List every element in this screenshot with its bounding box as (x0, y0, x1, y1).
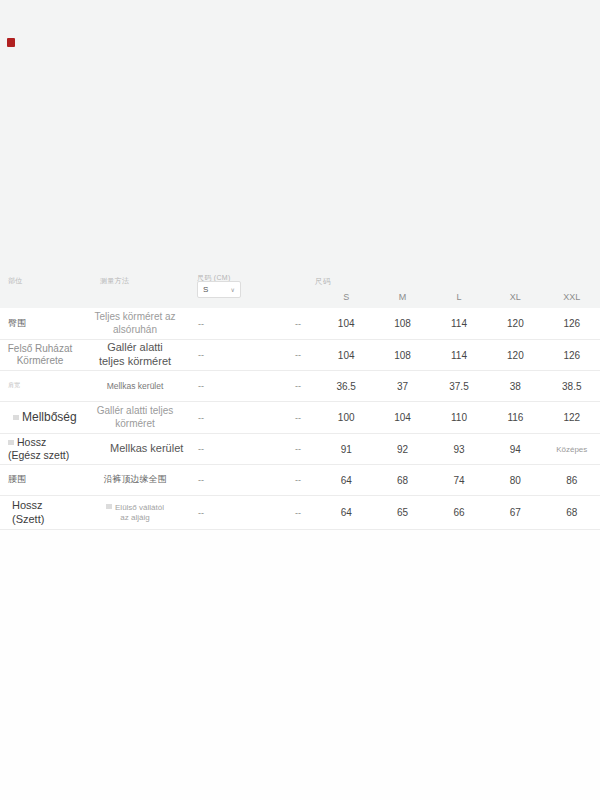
part-cell: Hossz (Szett) (0, 499, 80, 527)
image-placeholder-area (0, 0, 600, 308)
value-cell: 110 (431, 412, 487, 423)
value-cell: 64 (318, 507, 374, 518)
size-col-l: L (431, 292, 487, 302)
value-cell: 74 (431, 475, 487, 486)
table-row: 臀围 Teljes körméret az alsóruhán -- -- 10… (0, 308, 600, 340)
value-cell: Középes (544, 445, 600, 454)
method-cell: 沿裤顶边缘全围 (80, 474, 190, 485)
dash-cell: -- (190, 381, 278, 391)
table-row: Felső Ruházat Körmérete Gallér alatti te… (0, 340, 600, 371)
dash-cell: -- (278, 319, 318, 329)
method-cell: Mellkas kerület (80, 442, 190, 456)
header-part-label: 部位 (8, 276, 23, 286)
part-cell: 臀围 (0, 318, 80, 329)
value-cell: 80 (487, 475, 543, 486)
method-cell: Teljes körméret az alsóruhán (80, 311, 190, 336)
dash-cell: -- (190, 444, 278, 454)
dash-cell: -- (190, 350, 278, 360)
dash-cell: -- (278, 475, 318, 485)
dash-cell: -- (190, 413, 278, 423)
method-cell: Gallér alatti teljes körméret (80, 341, 190, 369)
part-cell: Mellbőség (0, 410, 80, 425)
table-row: 腰围 沿裤顶边缘全围 -- -- 64 68 74 80 86 (0, 465, 600, 496)
value-cell: 108 (374, 350, 430, 361)
value-cell: 104 (318, 318, 374, 329)
dash-cell: -- (190, 319, 278, 329)
header-method-label: 测量方法 (100, 276, 129, 286)
value-cell: 37 (374, 381, 430, 392)
dash-cell: -- (278, 413, 318, 423)
value-cell: 92 (374, 444, 430, 455)
table-row: Hossz (Egész szett) Mellkas kerület -- -… (0, 434, 600, 465)
value-cell: 66 (431, 507, 487, 518)
value-cell: 37.5 (431, 381, 487, 392)
value-cell: 104 (374, 412, 430, 423)
value-cell: 67 (487, 507, 543, 518)
value-cell: 120 (487, 318, 543, 329)
size-col-m: M (374, 292, 430, 302)
part-cell: Hossz (Egész szett) (0, 436, 80, 462)
size-col-xl: XL (487, 292, 543, 302)
header-size-label: 尺码 (315, 277, 331, 287)
value-cell: 126 (544, 318, 600, 329)
value-cell: 114 (431, 318, 487, 329)
part-cell: 腰围 (0, 474, 80, 485)
value-cell: 68 (544, 507, 600, 518)
value-cell: 68 (374, 475, 430, 486)
value-cell: 65 (374, 507, 430, 518)
value-cell: 108 (374, 318, 430, 329)
dash-cell: -- (278, 444, 318, 454)
value-cell: 126 (544, 350, 600, 361)
size-col-xxl: XXL (544, 292, 600, 302)
value-cell: 36.5 (318, 381, 374, 392)
value-cell: 104 (318, 350, 374, 361)
value-cell: 91 (318, 444, 374, 455)
dash-cell: -- (190, 508, 278, 518)
dash-cell: -- (278, 381, 318, 391)
tiny-image-icon (13, 415, 19, 420)
value-cell: 116 (487, 412, 543, 423)
table-row: Hossz (Szett) Elülső vállától az aljáig … (0, 496, 600, 530)
method-cell: Gallér alatti teljes körméret (80, 405, 190, 430)
size-columns-header: S M L XL XXL (0, 292, 600, 302)
value-cell: 122 (544, 412, 600, 423)
value-cell: 38.5 (544, 381, 600, 392)
tiny-image-icon (8, 440, 14, 445)
table-row: Mellbőség Gallér alatti teljes körméret … (0, 402, 600, 434)
value-cell: 114 (431, 350, 487, 361)
value-cell: 86 (544, 475, 600, 486)
dash-cell: -- (190, 475, 278, 485)
size-chart-table: 臀围 Teljes körméret az alsóruhán -- -- 10… (0, 308, 600, 530)
size-col-s: S (318, 292, 374, 302)
value-cell: 64 (318, 475, 374, 486)
dash-cell: -- (278, 508, 318, 518)
tiny-image-icon (106, 504, 112, 509)
value-cell: 100 (318, 412, 374, 423)
value-cell: 94 (487, 444, 543, 455)
part-cell: 肩宽 (0, 382, 80, 390)
method-cell: Elülső vállától az aljáig (80, 503, 190, 523)
part-cell: Felső Ruházat Körmérete (0, 343, 80, 368)
value-cell: 120 (487, 350, 543, 361)
method-cell: Mellkas kerület (80, 381, 190, 392)
value-cell: 38 (487, 381, 543, 392)
table-row: 肩宽 Mellkas kerület -- -- 36.5 37 37.5 38… (0, 371, 600, 402)
red-marker-icon (7, 38, 15, 47)
dash-cell: -- (278, 350, 318, 360)
value-cell: 93 (431, 444, 487, 455)
